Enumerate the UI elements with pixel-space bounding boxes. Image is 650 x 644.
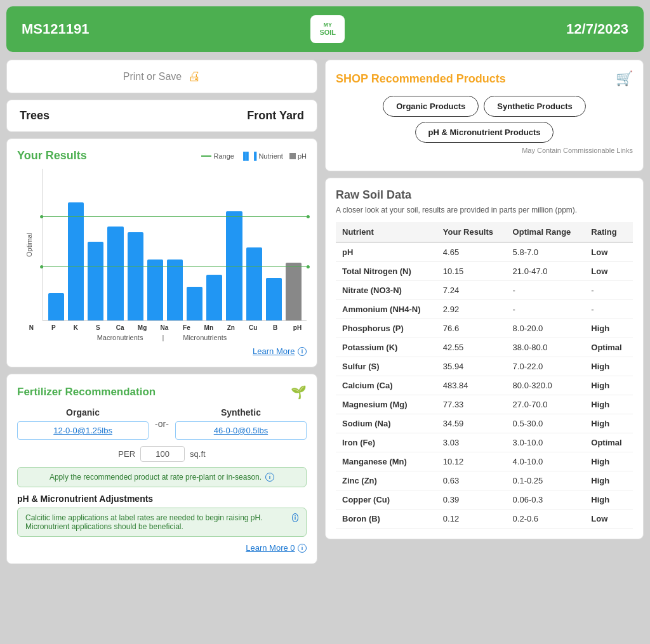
x-label-ph: pH [288,324,307,331]
nutrient-rating: Optimal [585,338,633,357]
legend-nutrient: ▐▌▐ Nutrient [241,152,283,161]
upper-range-line [43,216,307,217]
product-btn-organic[interactable]: Organic Products [383,96,479,117]
cart-icon[interactable]: 🛒 [616,70,633,87]
nutrient-range: 38.0-80.0 [507,338,585,357]
table-row: Ammonium (NH4-N)2.92-- [336,300,633,319]
bar-k [88,242,103,320]
synthetic-product-link[interactable]: 46-0-0@0.5lbs [175,421,307,440]
product-buttons: Organic ProductsSynthetic ProductspH & M… [336,96,633,143]
nutrient-result: 76.6 [437,319,507,338]
nutrient-name: Potassium (K) [336,338,437,357]
nutrient-name: Sodium (Na) [336,414,437,433]
fertilizer-learn-more-link[interactable]: Learn More 0 [246,543,295,553]
nutrient-result: 0.39 [437,490,507,509]
fertilizer-info-icon[interactable]: i [298,544,307,553]
apply-info-icon[interactable]: i [265,473,274,482]
col-header: Rating [585,222,633,242]
nutrient-result: 42.55 [437,338,507,357]
bar-mg [147,260,163,320]
product-btn-synthetic[interactable]: Synthetic Products [484,96,585,117]
lower-range-line [43,266,307,267]
bar-wrapper [187,169,202,320]
bar-wrapper [246,169,262,320]
organic-label: Organic [17,407,149,417]
nutrient-result: 77.33 [437,395,507,414]
fertilizer-learn-more-row: Learn More 0 i [17,542,307,553]
col-header: Your Results [437,222,507,242]
table-row: Phosphorus (P)76.68.0-20.0High [336,319,633,338]
nutrient-rating: High [585,452,633,471]
bar-mn [206,275,222,320]
micro-info-icon[interactable]: i [292,513,298,522]
table-row: Zinc (Zn)0.630.1-0.25High [336,471,633,490]
nutrient-range: - [507,281,585,300]
chart-inner [43,169,307,321]
raw-data-card: Raw Soil Data A closer look at your soil… [325,178,644,539]
bar-zn [226,211,242,320]
organic-col: Organic 12-0-0@1.25lbs [17,407,149,440]
bar-wrapper [68,169,84,320]
nutrient-range: 27.0-70.0 [507,395,585,414]
nutrient-range: 0.5-30.0 [507,414,585,433]
bar-wrapper [48,169,64,320]
bar-ph [286,263,302,320]
results-title: Your Results [17,149,87,162]
bar-chart-icon: ▐▌▐ [241,152,257,161]
per-value-input[interactable] [140,446,185,462]
table-row: Calcium (Ca)483.8480.0-320.0High [336,376,633,395]
nutrient-result: 10.12 [437,452,507,471]
learn-more-link[interactable]: Learn More [253,346,295,356]
synthetic-label: Synthetic [175,407,307,417]
nutrient-result: 7.24 [437,281,507,300]
nutrient-name: Ammonium (NH4-N) [336,300,437,319]
info-icon[interactable]: i [298,347,307,356]
table-row: Magnesium (Mg)77.3327.0-70.0High [336,395,633,414]
table-row: Manganese (Mn)10.124.0-10.0High [336,452,633,471]
nutrient-range: 3.0-10.0 [507,433,585,452]
nutrient-result: 483.84 [437,376,507,395]
nutrient-result: 34.59 [437,414,507,433]
ph-box-icon [289,153,296,159]
bar-n [48,293,64,320]
table-row: Potassium (K)42.5538.0-80.0Optimal [336,338,633,357]
fertilizer-title: Fertilizer Recommendation [17,386,156,398]
organic-product-link[interactable]: 12-0-0@1.25lbs [17,421,149,440]
nutrient-name: Calcium (Ca) [336,376,437,395]
legend: Range ▐▌▐ Nutrient pH [201,152,307,161]
apply-note: Apply the recommended product at rate pr… [17,467,307,487]
nutrient-rating: High [585,471,633,490]
bar-wrapper [206,169,222,320]
logo: MY SOIL [310,15,345,43]
x-label-mn: Mn [199,324,218,331]
bar-wrapper [286,169,302,320]
bar-wrapper [147,169,163,320]
nutrient-name: Copper (Cu) [336,490,437,509]
x-axis-labels: NPKSCaMgNaFeMnZnCuBpH [17,324,307,331]
plant-location: Front Yard [247,109,304,122]
nutrient-rating: High [585,395,633,414]
bar-wrapper [128,169,143,320]
product-btn-ph-micro[interactable]: pH & Micronutrient Products [415,122,554,143]
table-row: Copper (Cu)0.390.06-0.3High [336,490,633,509]
table-row: pH4.655.8-7.0Low [336,242,633,262]
legend-ph: pH [289,152,307,160]
table-row: Total Nitrogen (N)10.1521.0-47.0Low [336,262,633,281]
printer-icon[interactable]: 🖨 [188,69,201,84]
bar-b [266,278,282,320]
nutrient-name: pH [336,242,437,262]
nutrient-range: 0.06-0.3 [507,490,585,509]
col-header: Optimal Range [507,222,585,242]
nutrient-result: 2.92 [437,300,507,319]
table-row: Boron (B)0.120.2-0.6Low [336,509,633,529]
x-label-n: N [22,324,41,331]
x-label-p: P [44,324,63,331]
print-save-bar[interactable]: Print or Save 🖨 [6,60,317,93]
x-label-zn: Zn [222,324,240,331]
nutrient-name: Iron (Fe) [336,433,437,452]
plant-bar: Trees Front Yard [6,100,317,132]
header: MS121191 MY SOIL 12/7/2023 [6,6,644,52]
micro-title: pH & Micronutrient Adjustments [17,494,307,504]
nutrient-result: 0.63 [437,471,507,490]
left-column: Print or Save 🖨 Trees Front Yard Your Re… [6,60,317,564]
